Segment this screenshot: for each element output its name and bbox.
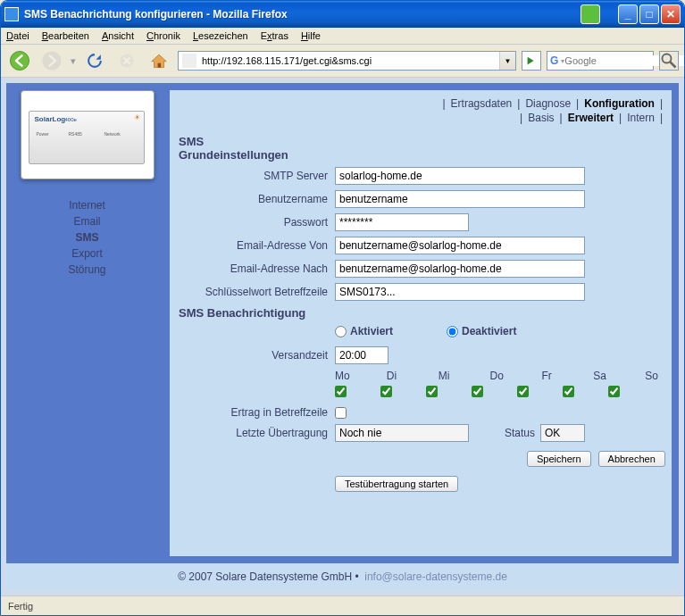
tab-diagnose[interactable]: Diagnose bbox=[520, 97, 576, 110]
browser-window: SMS Benachrichtung konfigurieren - Mozil… bbox=[0, 0, 685, 616]
minimize-icon: _ bbox=[625, 8, 631, 21]
maximize-icon: □ bbox=[646, 8, 652, 21]
label-pass: Passwort bbox=[179, 216, 335, 229]
radio-deactivated[interactable] bbox=[447, 326, 458, 337]
label-ertrag: Ertrag in Betreffzeile bbox=[179, 406, 335, 419]
input-email-to[interactable] bbox=[335, 260, 585, 278]
url-input[interactable] bbox=[200, 55, 499, 66]
window-title: SMS Benachrichtung konfigurieren - Mozil… bbox=[24, 8, 581, 21]
check-ertrag[interactable] bbox=[335, 407, 347, 419]
sidebar: SolarLog 400e ☀ Power RS485 Network Inte… bbox=[13, 90, 161, 556]
menubar: Datei Bearbeiten Ansicht Chronik Lesezei… bbox=[1, 28, 684, 45]
input-user[interactable] bbox=[335, 190, 585, 208]
sidebar-item-internet[interactable]: Internet bbox=[68, 197, 105, 213]
menu-help[interactable]: Hilfe bbox=[301, 30, 321, 41]
day-sa: Sa bbox=[593, 370, 611, 382]
check-di[interactable] bbox=[380, 386, 392, 397]
day-so: So bbox=[645, 370, 663, 382]
check-mi[interactable] bbox=[426, 386, 438, 397]
day-mo: Mo bbox=[335, 370, 353, 382]
device-image: SolarLog 400e ☀ Power RS485 Network bbox=[21, 90, 155, 179]
menu-extras[interactable]: Extras bbox=[261, 30, 288, 41]
cancel-button[interactable]: Abbrechen bbox=[598, 451, 665, 467]
days-header: Mo Di Mi Do Fr Sa So bbox=[179, 370, 663, 382]
sidebar-item-email[interactable]: Email bbox=[68, 213, 105, 229]
label-status: Status bbox=[505, 427, 535, 439]
url-history-dropdown[interactable]: ▼ bbox=[499, 52, 515, 70]
radio-deactivated-label[interactable]: Deaktiviert bbox=[447, 325, 516, 337]
sidebar-nav: Internet Email SMS Export Störung bbox=[68, 197, 105, 278]
google-icon: G bbox=[550, 54, 558, 67]
tab-intern[interactable]: Intern bbox=[622, 112, 660, 124]
sun-icon: ☀ bbox=[134, 113, 140, 121]
extension-button[interactable] bbox=[581, 4, 600, 24]
display-last-tx bbox=[335, 424, 469, 442]
footer-email-link[interactable]: info@solare-datensysteme.de bbox=[364, 570, 507, 583]
day-mi: Mi bbox=[439, 370, 456, 382]
section-notification-title: SMS Benachrichtigung bbox=[179, 306, 663, 320]
app-favicon bbox=[4, 7, 19, 21]
svg-line-5 bbox=[670, 62, 675, 67]
search-button[interactable] bbox=[659, 51, 679, 71]
check-fr[interactable] bbox=[517, 386, 529, 397]
sidebar-item-sms[interactable]: SMS bbox=[68, 229, 105, 246]
label-smtp: SMTP Server bbox=[179, 170, 335, 182]
input-sendtime[interactable] bbox=[335, 346, 388, 364]
minimize-button[interactable]: _ bbox=[618, 4, 638, 24]
svg-point-0 bbox=[10, 51, 29, 70]
back-button[interactable] bbox=[6, 48, 33, 73]
label-sendtime: Versandzeit bbox=[179, 349, 335, 362]
check-do[interactable] bbox=[472, 386, 483, 397]
tabs-primary: |Ertragsdaten|Diagnose|Konfiguration| bbox=[179, 97, 663, 110]
statusbar-text: Fertig bbox=[8, 601, 33, 612]
day-fr: Fr bbox=[541, 370, 559, 382]
save-button[interactable]: Speichern bbox=[527, 451, 591, 467]
input-smtp[interactable] bbox=[335, 167, 585, 185]
section-sms-title: SMS Grundeinstellungen bbox=[179, 135, 663, 162]
check-mo[interactable] bbox=[335, 386, 347, 397]
close-icon: ✕ bbox=[666, 8, 675, 21]
maximize-button[interactable]: □ bbox=[639, 4, 659, 24]
page: SolarLog 400e ☀ Power RS485 Network Inte… bbox=[6, 83, 679, 590]
label-keyword: Schlüsselwort Betreffzeile bbox=[179, 286, 335, 298]
menu-view[interactable]: Ansicht bbox=[102, 30, 134, 41]
page-favicon bbox=[182, 54, 196, 68]
content-area: SolarLog 400e ☀ Power RS485 Network Inte… bbox=[1, 78, 684, 595]
sidebar-item-stoerung[interactable]: Störung bbox=[68, 262, 105, 278]
check-sa[interactable] bbox=[563, 386, 574, 397]
close-button[interactable]: ✕ bbox=[661, 4, 681, 24]
reload-button[interactable] bbox=[81, 48, 108, 73]
svg-point-1 bbox=[42, 51, 61, 70]
input-email-from[interactable] bbox=[335, 237, 585, 254]
footer-copyright: © 2007 Solare Datensysteme GmbH • bbox=[178, 570, 358, 583]
radio-activated[interactable] bbox=[335, 326, 347, 337]
day-di: Di bbox=[387, 370, 405, 382]
menu-bookmarks[interactable]: Lesezeichen bbox=[193, 30, 248, 41]
radio-activated-label[interactable]: Aktiviert bbox=[335, 325, 393, 337]
test-button[interactable]: Testübertragung starten bbox=[335, 476, 458, 492]
menu-history[interactable]: Chronik bbox=[146, 30, 180, 41]
forward-button bbox=[38, 48, 65, 73]
toolbar: ▾ ▼ G▾ bbox=[1, 45, 684, 78]
input-pass[interactable] bbox=[335, 213, 469, 231]
check-so[interactable] bbox=[608, 386, 620, 397]
device-label: SolarLog bbox=[35, 115, 66, 123]
tab-basis[interactable]: Basis bbox=[522, 112, 559, 124]
magnifier-icon bbox=[660, 52, 678, 70]
day-do: Do bbox=[490, 370, 508, 382]
titlebar: SMS Benachrichtung konfigurieren - Mozil… bbox=[1, 1, 684, 28]
tab-erweitert[interactable]: Erweitert bbox=[563, 112, 619, 124]
tab-konfiguration[interactable]: Konfiguration bbox=[579, 97, 660, 110]
home-button[interactable] bbox=[146, 48, 172, 73]
sidebar-item-export[interactable]: Export bbox=[68, 246, 105, 262]
menu-edit[interactable]: Bearbeiten bbox=[42, 30, 89, 41]
input-keyword[interactable] bbox=[335, 283, 585, 301]
stop-button bbox=[113, 48, 140, 73]
go-button[interactable] bbox=[522, 51, 541, 71]
tab-ertragsdaten[interactable]: Ertragsdaten bbox=[446, 97, 518, 110]
menu-file[interactable]: Datei bbox=[6, 30, 29, 41]
device-model: 400e bbox=[65, 117, 77, 122]
label-last-tx: Letzte Übertragung bbox=[179, 427, 335, 439]
search-box[interactable]: G▾ bbox=[547, 51, 654, 71]
url-bar[interactable]: ▼ bbox=[178, 51, 516, 71]
